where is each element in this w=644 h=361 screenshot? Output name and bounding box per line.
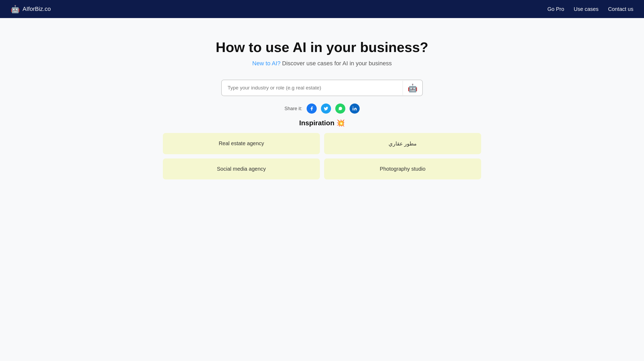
- inspiration-card-arabic-real-estate[interactable]: مطور عقاري: [324, 133, 481, 154]
- navbar: 🤖 AIforBiz.co Go Pro Use cases Contact u…: [0, 0, 644, 18]
- inspiration-card-social-media-agency[interactable]: Social media agency: [163, 158, 320, 179]
- brand-link[interactable]: 🤖 AIforBiz.co: [11, 5, 51, 14]
- hero-subtitle: New to AI? Discover use cases for AI in …: [252, 60, 392, 67]
- nav-links: Go Pro Use cases Contact us: [547, 6, 633, 12]
- nav-use-cases[interactable]: Use cases: [574, 6, 598, 12]
- share-label: Share it:: [284, 106, 302, 111]
- inspiration-heading: Inspiration 💥: [299, 119, 345, 127]
- inspiration-grid: Real estate agency مطور عقاري Social med…: [163, 133, 481, 179]
- hero-subtitle-rest: Discover use cases for AI in your busine…: [280, 60, 391, 67]
- inspiration-card-photography-studio[interactable]: Photography studio: [324, 158, 481, 179]
- share-twitter-button[interactable]: [321, 104, 331, 114]
- hero-title: How to use AI in your business?: [216, 39, 428, 55]
- brand-icon: 🤖: [11, 5, 20, 14]
- search-submit-icon: 🤖: [408, 83, 417, 93]
- brand-name: AIforBiz.co: [23, 6, 51, 12]
- share-whatsapp-button[interactable]: [335, 104, 345, 114]
- svg-point-0: [353, 107, 353, 108]
- hero-subtitle-highlight: New to AI?: [252, 60, 280, 67]
- nav-go-pro[interactable]: Go Pro: [547, 6, 564, 12]
- share-row: Share it:: [284, 104, 359, 114]
- search-submit-button[interactable]: 🤖: [403, 81, 422, 95]
- nav-contact-us[interactable]: Contact us: [608, 6, 633, 12]
- search-box: 🤖: [221, 80, 423, 96]
- main-content: How to use AI in your business? New to A…: [0, 18, 644, 190]
- share-facebook-button[interactable]: [307, 104, 317, 114]
- share-linkedin-button[interactable]: [350, 104, 360, 114]
- inspiration-card-real-estate-agency[interactable]: Real estate agency: [163, 133, 320, 154]
- search-input[interactable]: [222, 80, 403, 96]
